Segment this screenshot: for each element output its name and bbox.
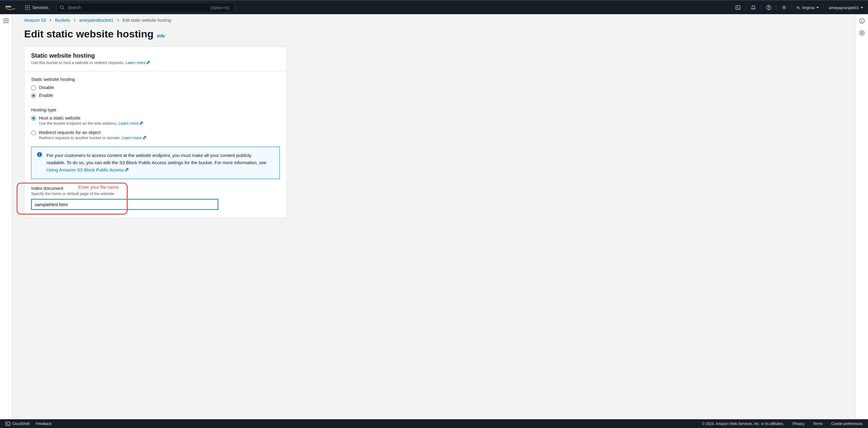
breadcrumb-root[interactable]: Amazon S3 (24, 18, 46, 23)
svg-point-25 (862, 19, 862, 20)
external-link-icon (125, 166, 129, 174)
radio-enable-label: Enable (39, 93, 53, 98)
svg-point-16 (783, 7, 785, 8)
panel-header: Static website hosting Use this bucket t… (25, 47, 286, 71)
radio-redirect[interactable]: Redirect requests for an object Redirect… (31, 130, 280, 141)
learn-more-link[interactable]: Learn more (119, 121, 143, 126)
info-icon (37, 152, 42, 174)
help-button[interactable] (761, 1, 776, 14)
info-link[interactable]: Info (157, 33, 165, 38)
hexagon-icon[interactable] (859, 30, 865, 36)
info-alert-text: For your customers to access content at … (46, 152, 270, 174)
svg-text:aws: aws (5, 5, 11, 8)
notifications-button[interactable] (746, 1, 761, 14)
svg-point-9 (29, 9, 30, 10)
external-link-icon (143, 135, 147, 141)
breadcrumb-buckets[interactable]: Buckets (55, 18, 70, 23)
svg-point-22 (39, 153, 40, 154)
svg-point-5 (27, 7, 28, 8)
chevron-right-icon (49, 18, 52, 23)
svg-rect-21 (39, 154, 40, 156)
index-document-desc: Specify the home or default page of the … (31, 191, 280, 196)
search-box[interactable]: [Option+S] (56, 2, 235, 13)
chevron-right-icon (73, 18, 76, 23)
external-link-icon (139, 121, 143, 126)
breadcrumb: Amazon S3 Buckets ameyatestbucket1 Edit … (12, 14, 855, 23)
radio-icon-selected (31, 116, 36, 121)
main-content: Amazon S3 Buckets ameyatestbucket1 Edit … (12, 14, 855, 419)
right-rail (855, 14, 868, 419)
radio-icon (31, 130, 36, 135)
chevron-down-icon (816, 7, 819, 8)
svg-point-15 (768, 9, 769, 9)
radio-enable[interactable]: Enable (31, 93, 280, 98)
chevron-down-icon (861, 7, 863, 8)
aws-logo[interactable]: aws (5, 4, 16, 10)
radio-disable[interactable]: Disable (31, 85, 280, 90)
search-input[interactable] (68, 5, 211, 10)
svg-point-6 (29, 7, 30, 8)
search-icon (60, 5, 65, 10)
svg-point-4 (25, 7, 26, 8)
settings-button[interactable] (777, 1, 792, 14)
left-rail (0, 14, 12, 419)
user-menu[interactable]: ameyapranjale01 (824, 5, 868, 10)
grid-icon (25, 5, 30, 10)
redirect-desc: Redirect requests to another bucket or d… (39, 135, 147, 141)
svg-point-1 (25, 5, 26, 6)
svg-rect-24 (862, 20, 862, 22)
host-static-desc: Use the bucket endpoint as the web addre… (39, 121, 143, 126)
block-public-access-link[interactable]: Using Amazon S3 Block Public Access (46, 167, 129, 172)
radio-host-static[interactable]: Host a static website Use the bucket end… (31, 115, 280, 126)
info-alert: For your customers to access content at … (31, 147, 280, 179)
services-button[interactable]: Services (21, 5, 53, 10)
svg-point-8 (27, 9, 28, 10)
host-static-label: Host a static website (39, 115, 143, 120)
static-hosting-panel: Static website hosting Use this bucket t… (24, 47, 287, 218)
learn-more-link[interactable]: Learn more (122, 135, 147, 140)
panel-heading-desc: Use this bucket to host a website or red… (31, 60, 280, 65)
breadcrumb-bucket-name[interactable]: ameyatestbucket1 (79, 18, 114, 23)
svg-point-7 (25, 9, 26, 10)
panel-heading: Static website hosting (31, 52, 280, 59)
search-shortcut: [Option+S] (211, 5, 229, 10)
svg-point-10 (60, 6, 63, 9)
menu-toggle[interactable] (3, 19, 9, 23)
redirect-label: Redirect requests for an object (39, 130, 147, 135)
info-panel-icon[interactable] (859, 18, 865, 24)
top-header: aws Services [Option+S] N. Virginia (0, 0, 868, 14)
region-label: N. Virginia (797, 5, 815, 10)
svg-line-11 (63, 8, 64, 10)
breadcrumb-current: Edit static website hosting (123, 18, 171, 23)
svg-point-2 (27, 5, 28, 6)
index-document-input[interactable] (31, 199, 218, 210)
index-document-block: Enter your file name Index document Spec… (31, 186, 280, 210)
static-hosting-label: Static website hosting (31, 77, 280, 82)
region-selector[interactable]: N. Virginia (792, 5, 824, 10)
svg-point-3 (29, 5, 30, 6)
svg-point-26 (861, 32, 863, 34)
cloudshell-icon-button[interactable] (731, 1, 745, 14)
learn-more-link[interactable]: Learn more (126, 60, 150, 65)
external-link-icon (146, 60, 150, 65)
username-label: ameyapranjale01 (829, 5, 859, 10)
radio-icon (31, 85, 36, 90)
index-document-label: Index document (31, 186, 280, 191)
panel-body: Static website hosting Disable Enable Ho… (25, 71, 286, 218)
radio-icon-selected (31, 93, 36, 98)
page-title: Edit static website hosting (24, 28, 154, 39)
chevron-right-icon (117, 18, 120, 23)
hosting-type-label: Hosting type (31, 107, 280, 112)
services-label: Services (32, 5, 49, 10)
radio-disable-label: Disable (39, 85, 54, 90)
